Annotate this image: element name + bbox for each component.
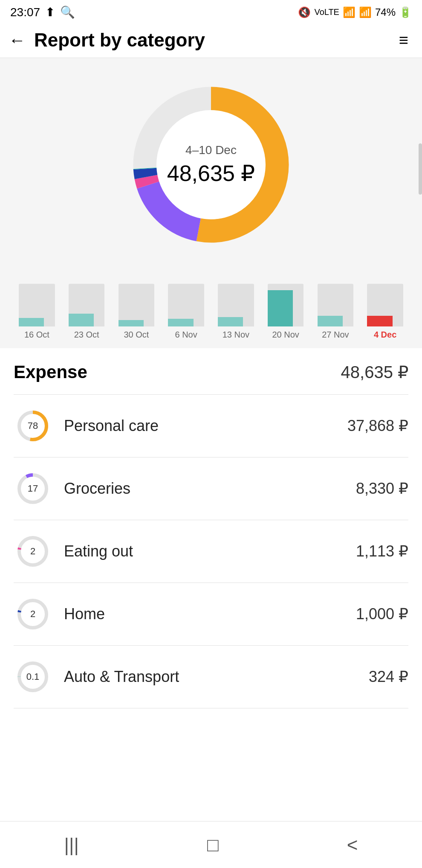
mini-donut-2: 2 [14,532,52,571]
wifi-icon: 📶 [343,6,356,18]
donut-date: 4–10 Dec [167,143,255,157]
bar-wrapper-1 [63,271,111,326]
bar-group-3[interactable]: 6 Nov [162,271,210,340]
bar-group-0[interactable]: 16 Oct [13,271,61,340]
category-name-0: Personal care [64,417,159,435]
bar-value-7 [367,316,392,326]
bar-wrapper-0 [13,271,61,326]
bar-group-5[interactable]: 20 Nov [262,271,310,340]
bar-group-4[interactable]: 13 Nov [212,271,260,340]
upload-icon: ⬆ [45,5,55,19]
battery-text: 74% [375,6,396,18]
bar-group-2[interactable]: 30 Oct [113,271,161,340]
signal-icon: 📶 [359,6,372,18]
bar-wrapper-2 [113,271,161,326]
donut-center: 4–10 Dec 48,635 ₽ [167,143,255,186]
bar-wrapper-4 [212,271,260,326]
bar-bg-1 [69,284,105,326]
mini-donut-1: 17 [14,469,52,508]
expense-section: Expense 48,635 ₽ 78 Personal care 37,868… [0,348,422,768]
bar-bg-6 [318,284,354,326]
mini-donut-label-0: 78 [28,420,38,431]
bar-bg-3 [168,284,204,326]
category-amount-2: 1,113 ₽ [356,542,408,560]
page-title: Report by category [34,29,205,51]
battery-icon: 🔋 [399,6,412,18]
bar-bg-5 [268,284,304,326]
bar-value-6 [318,316,343,326]
header-left: ← Report by category [9,29,205,51]
category-item-personal-care[interactable]: 78 Personal care 37,868 ₽ [14,395,408,457]
mini-donut-3: 2 [14,595,52,633]
bar-value-2 [119,320,144,326]
bar-label-6: 27 Nov [322,330,349,340]
filter-button[interactable]: ≡ [399,31,408,50]
bar-value-4 [218,317,243,326]
bar-label-7: 4 Dec [374,330,396,340]
bar-group-1[interactable]: 23 Oct [63,271,111,340]
category-left-0: 78 Personal care [14,407,159,445]
expense-total: 48,635 ₽ [341,362,408,382]
expense-header: Expense 48,635 ₽ [14,348,408,395]
bar-label-3: 6 Nov [175,330,197,340]
bar-bg-4 [218,284,254,326]
search-icon: 🔍 [60,5,75,19]
category-item-groceries[interactable]: 17 Groceries 8,330 ₽ [14,457,408,520]
mini-donut-label-1: 17 [28,483,38,494]
category-left-3: 2 Home [14,595,105,633]
category-amount-1: 8,330 ₽ [356,480,408,498]
category-name-2: Eating out [64,542,133,560]
category-amount-4: 324 ₽ [369,668,408,686]
donut-amount: 48,635 ₽ [167,160,255,186]
menu-nav-button[interactable]: ||| [64,834,79,856]
category-item-auto-transport[interactable]: 0.1 Auto & Transport 324 ₽ [14,646,408,708]
category-name-1: Groceries [64,480,130,498]
bar-bg-2 [119,284,155,326]
bar-value-5 [268,290,293,326]
status-bar: 23:07 ⬆ 🔍 🔇 VoLTE 📶 📶 74% 🔋 [0,0,422,23]
bar-label-1: 23 Oct [74,330,99,340]
mini-donut-0: 78 [14,407,52,445]
bar-chart-container: 16 Oct 23 Oct 30 Oct [9,271,413,340]
category-amount-3: 1,000 ₽ [356,605,408,623]
category-left-2: 2 Eating out [14,532,133,571]
chart-section: 4–10 Dec 48,635 ₽ 16 Oct [0,58,422,348]
donut-chart[interactable]: 4–10 Dec 48,635 ₽ [121,75,301,254]
mini-donut-label-2: 2 [30,546,35,557]
bar-group-7[interactable]: 4 Dec [361,271,409,340]
mini-donut-label-3: 2 [30,609,35,620]
category-amount-0: 37,868 ₽ [347,417,408,435]
scroll-indicator [419,143,422,195]
bar-wrapper-3 [162,271,210,326]
bar-label-2: 30 Oct [124,330,149,340]
mini-donut-4: 0.1 [14,658,52,696]
home-nav-button[interactable]: □ [207,834,219,856]
mini-donut-label-4: 0.1 [26,671,40,682]
bottom-nav: ||| □ < [0,821,422,868]
bar-wrapper-6 [312,271,360,326]
bar-bg-0 [19,284,55,326]
lte-icon: VoLTE [314,7,339,17]
mute-icon: 🔇 [298,6,311,18]
bar-value-3 [168,319,193,326]
bar-label-4: 13 Nov [223,330,249,340]
bar-bg-7 [367,284,403,326]
category-item-home[interactable]: 2 Home 1,000 ₽ [14,583,408,646]
category-left-4: 0.1 Auto & Transport [14,658,179,696]
category-name-3: Home [64,605,105,623]
status-time-section: 23:07 ⬆ 🔍 [10,5,75,19]
status-icons: 🔇 VoLTE 📶 📶 74% 🔋 [298,6,412,18]
expense-title: Expense [14,362,87,382]
status-time: 23:07 [10,6,40,19]
bar-value-0 [19,318,44,326]
bar-value-1 [69,314,94,326]
bar-label-0: 16 Oct [24,330,49,340]
page-header: ← Report by category ≡ [0,23,422,58]
bar-chart: 16 Oct 23 Oct 30 Oct [13,271,409,340]
bar-wrapper-7 [361,271,409,326]
back-nav-button[interactable]: < [347,834,358,856]
category-name-4: Auto & Transport [64,668,179,686]
back-button[interactable]: ← [9,31,26,50]
category-item-eating-out[interactable]: 2 Eating out 1,113 ₽ [14,520,408,583]
bar-group-6[interactable]: 27 Nov [312,271,360,340]
